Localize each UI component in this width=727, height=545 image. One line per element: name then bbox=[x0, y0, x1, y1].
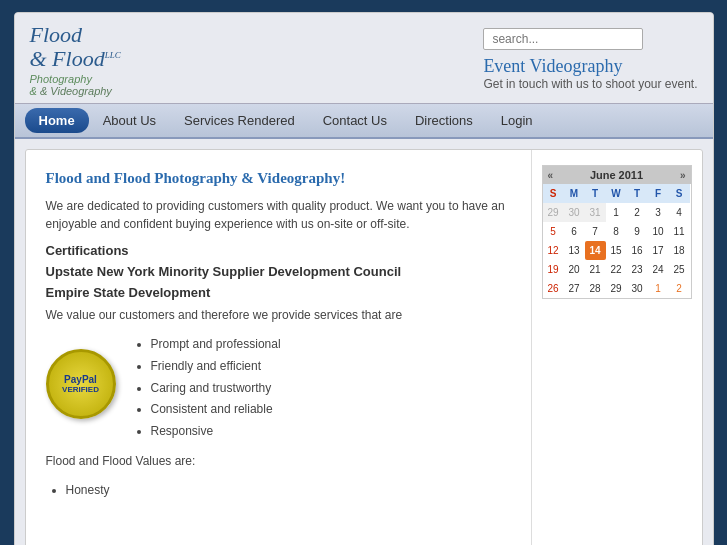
cert2-label: Empire State Development bbox=[46, 285, 511, 300]
nav-home[interactable]: Home bbox=[25, 108, 89, 133]
services-list: Prompt and professional Friendly and eff… bbox=[151, 334, 281, 442]
cal-day[interactable]: 12 bbox=[543, 241, 564, 260]
cal-day[interactable]: 11 bbox=[669, 222, 690, 241]
cal-day[interactable]: 7 bbox=[585, 222, 606, 241]
content-intro: We are dedicated to providing customers … bbox=[46, 197, 511, 233]
nav-about[interactable]: About Us bbox=[89, 108, 170, 133]
service-item: Friendly and efficient bbox=[151, 356, 281, 378]
cal-day[interactable]: 20 bbox=[564, 260, 585, 279]
cal-day[interactable]: 29 bbox=[543, 203, 564, 222]
service-item: Consistent and reliable bbox=[151, 399, 281, 421]
nav-login[interactable]: Login bbox=[487, 108, 547, 133]
cal-day[interactable]: 25 bbox=[669, 260, 690, 279]
calendar: « June 2011 » S M T W T F S 293031123 bbox=[542, 165, 692, 299]
site-title: Event Videography bbox=[483, 56, 622, 77]
cal-day[interactable]: 3 bbox=[648, 203, 669, 222]
cal-header-sat: S bbox=[669, 184, 690, 203]
cal-day[interactable]: 27 bbox=[564, 279, 585, 298]
cal-day[interactable]: 29 bbox=[606, 279, 627, 298]
header: Flood & FloodLLC Photography & & Videogr… bbox=[15, 13, 713, 97]
services-section: PayPal VERIFIED Prompt and professional … bbox=[46, 334, 511, 452]
calendar-title: June 2011 bbox=[590, 169, 643, 181]
service-item: Prompt and professional bbox=[151, 334, 281, 356]
nav-services[interactable]: Services Rendered bbox=[170, 108, 309, 133]
cal-day[interactable]: 16 bbox=[627, 241, 648, 260]
calendar-week-0: 2930311234 bbox=[543, 203, 691, 222]
cal-header-wed: W bbox=[606, 184, 627, 203]
header-right: Event Videography Get in touch with us t… bbox=[483, 23, 697, 91]
calendar-header: « June 2011 » bbox=[543, 166, 691, 184]
cal-day[interactable]: 26 bbox=[543, 279, 564, 298]
main-content: Flood and Flood Photography & Videograph… bbox=[25, 149, 703, 545]
cal-day[interactable]: 15 bbox=[606, 241, 627, 260]
cal-day[interactable]: 2 bbox=[669, 279, 690, 298]
cal-header-thu: T bbox=[627, 184, 648, 203]
nav-directions[interactable]: Directions bbox=[401, 108, 487, 133]
calendar-prev[interactable]: « bbox=[548, 170, 554, 181]
calendar-week-4: 262728293012 bbox=[543, 279, 691, 298]
cal-day[interactable]: 9 bbox=[627, 222, 648, 241]
cal-day[interactable]: 17 bbox=[648, 241, 669, 260]
cal-day[interactable]: 5 bbox=[543, 222, 564, 241]
cal-day[interactable]: 30 bbox=[627, 279, 648, 298]
cal-day[interactable]: 1 bbox=[606, 203, 627, 222]
calendar-day-headers: S M T W T F S bbox=[543, 184, 691, 203]
service-item: Responsive bbox=[151, 421, 281, 443]
cal-day[interactable]: 22 bbox=[606, 260, 627, 279]
cal-day[interactable]: 18 bbox=[669, 241, 690, 260]
logo-subtitle: Photography & & Videography bbox=[30, 73, 121, 97]
cal-day[interactable]: 21 bbox=[585, 260, 606, 279]
site-tagline: Get in touch with us to shoot your event… bbox=[483, 77, 697, 91]
cal-day[interactable]: 28 bbox=[585, 279, 606, 298]
content-area: Flood and Flood Photography & Videograph… bbox=[26, 150, 532, 545]
cal-header-mon: M bbox=[564, 184, 585, 203]
cal-day[interactable]: 31 bbox=[585, 203, 606, 222]
nav-contact[interactable]: Contact Us bbox=[309, 108, 401, 133]
cal-header-tue: T bbox=[585, 184, 606, 203]
certifications-label: Certifications bbox=[46, 243, 511, 258]
calendar-week-1: 567891011 bbox=[543, 222, 691, 241]
logo-text: Flood & FloodLLC bbox=[30, 23, 121, 71]
paypal-badge: PayPal VERIFIED bbox=[46, 349, 116, 419]
cal-day[interactable]: 1 bbox=[648, 279, 669, 298]
cert1-label: Upstate New York Minority Supplier Devel… bbox=[46, 264, 511, 279]
logo-line2: & FloodLLC bbox=[30, 46, 121, 71]
cal-day[interactable]: 6 bbox=[564, 222, 585, 241]
cal-day[interactable]: 19 bbox=[543, 260, 564, 279]
content-heading: Flood and Flood Photography & Videograph… bbox=[46, 170, 511, 187]
logo-area: Flood & FloodLLC Photography & & Videogr… bbox=[30, 23, 121, 97]
paypal-verified: VERIFIED bbox=[62, 385, 99, 395]
calendar-next[interactable]: » bbox=[680, 170, 686, 181]
cal-day[interactable]: 23 bbox=[627, 260, 648, 279]
service-item: Caring and trustworthy bbox=[151, 378, 281, 400]
navigation: Home About Us Services Rendered Contact … bbox=[15, 103, 713, 139]
cal-header-fri: F bbox=[648, 184, 669, 203]
cal-day[interactable]: 14 bbox=[585, 241, 606, 260]
cal-header-sun: S bbox=[543, 184, 564, 203]
search-input[interactable] bbox=[483, 28, 643, 50]
cal-day[interactable]: 10 bbox=[648, 222, 669, 241]
calendar-week-3: 19202122232425 bbox=[543, 260, 691, 279]
services-intro: We value our customers and therefore we … bbox=[46, 306, 511, 324]
calendar-grid: S M T W T F S 29303112345678910111213141… bbox=[543, 184, 691, 298]
values-list: Honesty bbox=[66, 480, 511, 502]
cal-day[interactable]: 13 bbox=[564, 241, 585, 260]
cal-day[interactable]: 4 bbox=[669, 203, 690, 222]
calendar-week-2: 12131415161718 bbox=[543, 241, 691, 260]
value-item: Honesty bbox=[66, 480, 511, 502]
cal-day[interactable]: 30 bbox=[564, 203, 585, 222]
values-label: Flood and Flood Values are: bbox=[46, 452, 511, 470]
sidebar: « June 2011 » S M T W T F S 293031123 bbox=[532, 150, 702, 545]
cal-day[interactable]: 8 bbox=[606, 222, 627, 241]
paypal-text: PayPal bbox=[64, 374, 97, 385]
logo-line1: Flood bbox=[30, 22, 83, 47]
cal-day[interactable]: 24 bbox=[648, 260, 669, 279]
cal-day[interactable]: 2 bbox=[627, 203, 648, 222]
